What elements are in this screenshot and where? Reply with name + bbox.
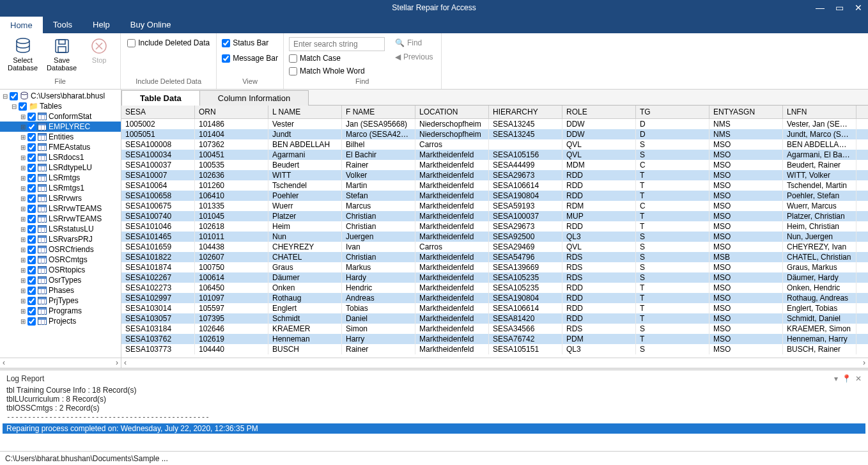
tree-item-conformstat[interactable]: ⊞ConformStat [0,111,121,122]
table-row[interactable]: SESA10007102636WITTVolkerMarktheidenfeld… [121,170,868,180]
col-header-location[interactable]: LOCATION [415,106,489,118]
tree-twisty-icon[interactable]: ⊞ [19,216,26,223]
table-row[interactable]: SESA101822102607CHATELChristianMarktheid… [121,252,868,262]
tree-root[interactable]: ⊟C:\Users\bharat.bhusl [0,91,121,101]
tree-item-lsrvarsprj[interactable]: ⊞LSRvarsPRJ [0,234,121,244]
table-row[interactable]: SESA101465101011NunJuergenMarktheidenfel… [121,232,868,242]
save-database-button[interactable]: Save Database [44,36,79,73]
tree-twisty-icon[interactable]: ⊞ [19,164,26,171]
tree-checkbox[interactable] [27,307,36,315]
tree-twisty-icon[interactable]: ⊞ [19,277,26,284]
previous-button[interactable]: ◀ Previous [392,51,436,63]
tree-twisty-icon[interactable]: ⊞ [19,297,26,304]
table-row[interactable]: SESA100658106410PoehlerStefanMarktheiden… [121,191,868,201]
tree-twisty-icon[interactable]: ⊞ [19,195,26,202]
tree-twisty-icon[interactable]: ⊟ [1,93,8,100]
panel-pin-icon[interactable]: 📍 [842,374,851,383]
panel-dropdown-icon[interactable]: ▾ [834,374,838,383]
table-row[interactable]: SESA103773104440BUSCHRainerMarktheidenfe… [121,344,868,354]
tree-checkbox[interactable] [27,205,36,213]
tree-twisty-icon[interactable]: ⊞ [19,256,26,264]
tree-checkbox[interactable] [27,276,36,285]
tree-checkbox[interactable] [27,235,36,244]
table-row[interactable]: SESA100037100535BeudertRainerMarktheiden… [121,160,868,170]
tree-checkbox[interactable] [27,256,36,264]
tree-item-osrcmtgs[interactable]: ⊞OSRCmtgs [0,255,121,265]
col-header-role[interactable]: ROLE [562,106,636,118]
tab-column-info[interactable]: Column Information [199,90,309,106]
table-row[interactable]: SESA100008107362BEN ABDELLAHBilhelCarros… [121,139,868,150]
match-case-checkbox[interactable]: Match Case [289,52,385,64]
search-input[interactable] [289,37,385,51]
table-row[interactable]: SESA101046102618HeimChristianMarktheiden… [121,221,868,232]
table-row[interactable]: SESA100034100451AgarmaniEl BachirMarkthe… [121,150,868,160]
tree-checkbox[interactable] [27,133,36,141]
tree-checkbox[interactable] [27,225,36,233]
table-row[interactable]: SESA103762102619HennemanHarryMarktheiden… [121,334,868,344]
tree-item-emplyrec[interactable]: ⊞EMPLYREC [0,122,121,132]
maximize-button[interactable]: ▭ [830,0,849,15]
tree-twisty-icon[interactable]: ⊞ [19,154,26,161]
col-header-lnfn[interactable]: LNFN [783,106,856,118]
table-row[interactable]: SESA100740101045PlatzerChristianMarkthei… [121,211,868,221]
status-bar-input[interactable] [222,39,230,47]
menu-help[interactable]: Help [82,15,120,33]
tree-twisty-icon[interactable]: ⊞ [19,308,26,315]
sidebar-hscroll[interactable]: ‹› [0,358,121,368]
tree-checkbox[interactable] [27,184,36,193]
tree-item-entities[interactable]: ⊞Entities [0,132,121,142]
tree-checkbox[interactable] [27,287,36,295]
close-button[interactable]: ✕ [849,0,868,15]
tree-checkbox[interactable] [27,154,36,162]
tree-item-osrtopics[interactable]: ⊞OSRtopics [0,265,121,275]
table-row[interactable]: SESA103014105597EnglertTobiasMarktheiden… [121,303,868,313]
tree-checkbox[interactable] [27,297,36,305]
match-whole-input[interactable] [289,67,297,75]
tree-item-phases[interactable]: ⊞Phases [0,285,121,296]
tree-twisty-icon[interactable]: ⊞ [19,144,26,151]
tree-checkbox[interactable] [27,123,36,131]
tree-tables-node[interactable]: ⊟📁Tables [0,101,121,111]
tree-twisty-icon[interactable]: ⊞ [19,236,26,243]
match-case-input[interactable] [289,54,297,63]
tree-twisty-icon[interactable]: ⊞ [19,226,26,233]
tree-item-lsrmtgs[interactable]: ⊞LSRmtgs [0,173,121,183]
tree-checkbox[interactable] [19,102,27,111]
col-header-tg[interactable]: TG [636,106,709,118]
table-row[interactable]: 1005051101404JundtMarco (SESA42494)Niede… [121,129,868,139]
tree-twisty-icon[interactable]: ⊞ [19,287,26,294]
table-row[interactable]: SESA101874100750GrausMarkusMarktheidenfe… [121,262,868,272]
grid-body[interactable]: 1005002101486VesterJan (SESA95668)Nieder… [121,119,868,354]
message-bar-checkbox[interactable]: Message Bar [222,52,278,64]
panel-close-icon[interactable]: ✕ [855,374,862,383]
tree-item-lsrstatuslu[interactable]: ⊞LSRstatusLU [0,224,121,234]
tree-checkbox[interactable] [27,143,36,152]
tree-item-lsrrvwteams[interactable]: ⊞LSRrvwTEAMS [0,214,121,224]
tree-checkbox[interactable] [27,215,36,223]
select-database-button[interactable]: Select Database [5,36,40,73]
tree-twisty-icon[interactable]: ⊞ [19,175,26,182]
tree-twisty-icon[interactable]: ⊞ [19,246,26,253]
tree-checkbox[interactable] [27,246,36,254]
tree-twisty-icon[interactable]: ⊞ [19,205,26,212]
tree-view[interactable]: ⊟C:\Users\bharat.bhusl⊟📁Tables⊞ConformSt… [0,90,121,358]
include-deleted-input[interactable] [127,39,136,47]
tree-checkbox[interactable] [27,174,36,182]
tree-checkbox[interactable] [27,164,36,172]
col-header-orn[interactable]: ORN [195,106,268,118]
tab-table-data[interactable]: Table Data [121,90,200,106]
tree-checkbox[interactable] [27,113,36,121]
tree-twisty-icon[interactable]: ⊞ [19,318,26,325]
tree-item-osrcfriends[interactable]: ⊞OSRCfriends [0,244,121,255]
col-header-entyasgn[interactable]: ENTYASGN [709,106,783,118]
tree-item-lsrrvwrs[interactable]: ⊞LSRrvwrs [0,193,121,203]
tree-checkbox[interactable] [27,266,36,274]
include-deleted-checkbox[interactable]: Include Deleted Data [127,37,210,49]
tree-twisty-icon[interactable]: ⊞ [19,267,26,274]
table-row[interactable]: SESA101659104438CHEYREZYIvanCarrosSESA29… [121,242,868,252]
table-row[interactable]: 1005002101486VesterJan (SESA95668)Nieder… [121,119,868,129]
tree-item-lsrmtgs1[interactable]: ⊞LSRmtgs1 [0,183,121,193]
table-row[interactable]: SESA100675101335WuerrMarcusMarktheidenfe… [121,201,868,211]
grid-hscroll[interactable]: ‹› [121,358,868,368]
status-bar-checkbox[interactable]: Status Bar [222,37,268,49]
